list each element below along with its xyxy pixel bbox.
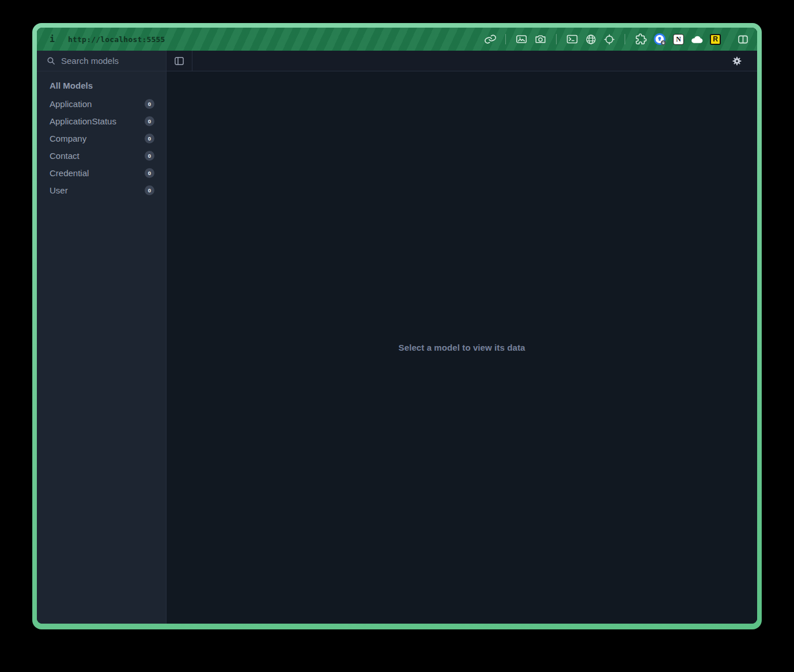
sidebar-item-credential[interactable]: Credential 0 (50, 164, 154, 181)
screenshot-image-icon[interactable] (515, 33, 528, 45)
model-count-badge: 0 (145, 116, 154, 126)
tab-toolbar (192, 51, 757, 71)
sidebar-item-contact[interactable]: Contact 0 (50, 147, 154, 164)
sidebar-item-company[interactable]: Company 0 (50, 130, 154, 147)
model-count-badge: 0 (145, 151, 154, 161)
sidebar-item-application[interactable]: Application 0 (50, 95, 154, 112)
empty-state-message: Select a model to view its data (399, 343, 525, 352)
titlebar-actions: N R (485, 33, 749, 46)
browser-window: i http://localhost:5555 (32, 23, 762, 629)
sidebar-item-applicationstatus[interactable]: ApplicationStatus 0 (50, 112, 154, 130)
toolbar-divider (505, 34, 506, 44)
model-name: ApplicationStatus (50, 116, 116, 126)
sidebar-toggle-button[interactable] (167, 51, 192, 71)
toolbar-divider (625, 34, 625, 44)
model-name: User (50, 185, 68, 195)
title-bar: i http://localhost:5555 (37, 28, 757, 51)
sidebar-toggle-icon (173, 55, 185, 67)
model-count-badge: 0 (145, 134, 154, 143)
model-name: Contact (50, 151, 80, 161)
notion-icon[interactable]: N (673, 34, 684, 45)
model-name: Application (50, 99, 92, 109)
models-sidebar: All Models Application 0 ApplicationStat… (37, 71, 167, 624)
model-count-badge: 0 (145, 168, 154, 178)
data-view-area: Select a model to view its data (167, 71, 757, 624)
extensions-puzzle-icon[interactable] (634, 33, 647, 45)
settings-gear-icon[interactable] (732, 56, 742, 66)
window-inner: i http://localhost:5555 (37, 28, 757, 624)
terminal-icon[interactable] (566, 33, 579, 45)
search-input[interactable] (61, 56, 158, 66)
crosshair-icon[interactable] (603, 33, 615, 45)
address-url[interactable]: http://localhost:5555 (68, 35, 165, 44)
app-top-row (37, 51, 757, 71)
globe-icon[interactable] (585, 33, 597, 45)
toolbar-divider (556, 34, 557, 44)
split-view-icon[interactable] (737, 33, 749, 45)
info-icon[interactable]: i (50, 34, 55, 44)
onepassword-icon[interactable] (653, 33, 667, 46)
model-name: Company (50, 134, 86, 143)
app-body: All Models Application 0 ApplicationStat… (37, 71, 757, 624)
sidebar-section-title: All Models (50, 81, 154, 90)
model-name: Credential (50, 168, 89, 178)
model-count-badge: 0 (145, 185, 154, 195)
link-icon[interactable] (485, 33, 496, 45)
model-search[interactable] (37, 51, 167, 71)
cloud-icon[interactable] (690, 33, 704, 46)
camera-icon[interactable] (534, 33, 547, 45)
search-icon (46, 56, 56, 66)
sidebar-item-user[interactable]: User 0 (50, 181, 154, 199)
refined-github-icon[interactable]: R (710, 34, 721, 45)
model-count-badge: 0 (145, 99, 154, 109)
